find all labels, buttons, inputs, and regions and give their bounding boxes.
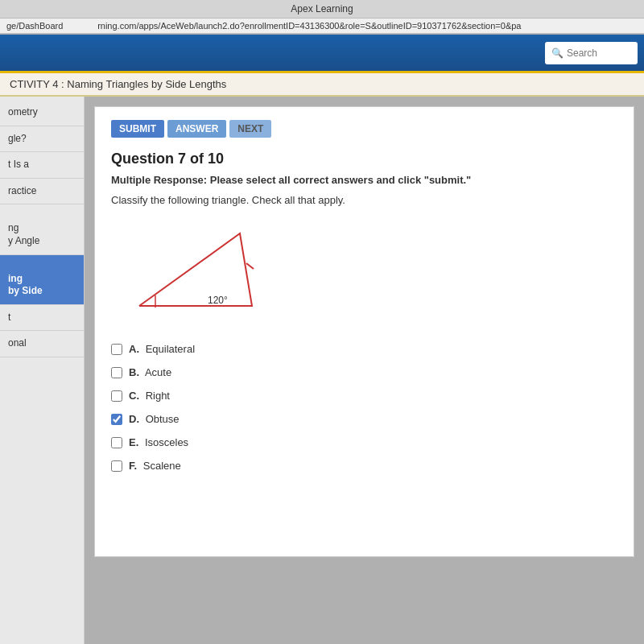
activity-label: CTIVITY 4 : Naming Triangles by Side Len… [10, 78, 226, 90]
answer-label-a[interactable]: A. Equilateral [129, 343, 195, 355]
answer-item-b: B. Acute [111, 366, 617, 378]
app-title: Apex Learning [291, 3, 353, 14]
answer-label-f[interactable]: F. Scalene [129, 460, 181, 472]
checkbox-e[interactable] [111, 437, 122, 448]
sidebar-item-geometry[interactable]: ometry [0, 100, 84, 126]
search-input[interactable] [567, 47, 631, 59]
checkbox-d[interactable] [111, 414, 122, 425]
address-url: rning.com/apps/AceWeb/launch2.do?enrollm… [97, 21, 521, 31]
checkbox-c[interactable] [111, 390, 122, 402]
browser-chrome: Apex Learning ge/DashBoard rning.com/app… [0, 0, 644, 35]
address-bar: ge/DashBoard rning.com/apps/AceWeb/launc… [0, 19, 644, 34]
sidebar-item-angle[interactable]: gle? [0, 126, 84, 153]
answer-button[interactable]: ANSWER [167, 120, 226, 138]
search-box[interactable]: 🔍 [545, 42, 638, 64]
content-area: SUBMIT ANSWER NEXT Question 7 of 10 Mult… [85, 97, 644, 644]
answer-list: A. Equilateral B. Acute C. Right [111, 343, 617, 472]
question-title: Question 7 of 10 [111, 151, 617, 167]
browser-title-bar: Apex Learning [0, 0, 644, 19]
checkbox-b[interactable] [111, 367, 122, 378]
sidebar-item-t[interactable]: t [0, 305, 84, 332]
main-layout: ometry gle? t Is a ractice ng y Angle in… [0, 97, 644, 644]
sidebar-item-is-a[interactable]: t Is a [0, 152, 84, 179]
answer-label-e[interactable]: E. Isosceles [129, 436, 188, 448]
question-instruction: Classify the following triangle. Check a… [111, 194, 617, 206]
question-panel: SUBMIT ANSWER NEXT Question 7 of 10 Mult… [94, 106, 634, 557]
app-header: 🔍 [0, 35, 644, 73]
sidebar-item-onal[interactable]: onal [0, 331, 84, 357]
answer-label-b[interactable]: B. Acute [129, 366, 171, 378]
question-type-label: Multiple Response: Please select all cor… [111, 174, 617, 186]
answer-item-c: C. Right [111, 390, 617, 402]
answer-item-f: F. Scalene [111, 460, 617, 472]
next-button[interactable]: NEXT [229, 120, 271, 138]
checkbox-f[interactable] [111, 460, 122, 472]
answer-item-a: A. Equilateral [111, 343, 617, 355]
sidebar: ometry gle? t Is a ractice ng y Angle in… [0, 97, 85, 644]
angle-label: 120° [208, 295, 228, 306]
sidebar-item-practice[interactable]: ractice [0, 179, 84, 205]
submit-button[interactable]: SUBMIT [111, 120, 164, 138]
answer-label-d[interactable]: D. Obtuse [129, 413, 180, 425]
triangle-diagram: 120° [127, 219, 617, 327]
sidebar-item-by-side[interactable]: ing by Side [0, 255, 84, 305]
breadcrumb-left: ge/DashBoard [6, 21, 63, 31]
checkbox-a[interactable] [111, 344, 122, 355]
answer-item-e: E. Isosceles [111, 436, 617, 448]
activity-bar: CTIVITY 4 : Naming Triangles by Side Len… [0, 73, 644, 97]
triangle-svg: 120° [127, 219, 272, 324]
answer-item-d: D. Obtuse [111, 413, 617, 425]
svg-line-0 [246, 263, 254, 269]
search-icon: 🔍 [551, 47, 564, 59]
answer-label-c[interactable]: C. Right [129, 390, 170, 402]
button-row: SUBMIT ANSWER NEXT [111, 120, 617, 138]
sidebar-item-by-angle[interactable]: ng y Angle [0, 204, 84, 254]
